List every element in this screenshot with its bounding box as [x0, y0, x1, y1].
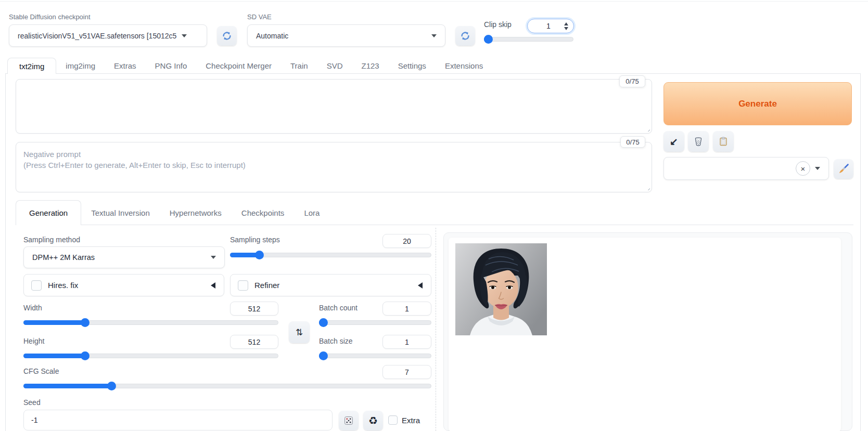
- chevron-down-icon: [431, 34, 437, 37]
- batch-count-value[interactable]: 1: [382, 302, 431, 316]
- seed-input[interactable]: -1: [23, 410, 333, 430]
- paste-generation-params-button[interactable]: ↙: [663, 131, 684, 152]
- batch-count-slider[interactable]: [319, 318, 431, 327]
- tab-content-right-border: [860, 73, 861, 431]
- slider-knob[interactable]: [484, 35, 493, 44]
- spinner-down-icon: [564, 27, 568, 30]
- height-label: Height: [23, 337, 44, 345]
- tab-hypernetworks[interactable]: Hypernetworks: [160, 208, 232, 217]
- generated-image[interactable]: [455, 243, 547, 335]
- random-seed-button[interactable]: [339, 411, 359, 430]
- hires-fix-accordion[interactable]: Hires. fix: [23, 274, 224, 296]
- extra-seed-label: Extra: [402, 416, 420, 425]
- tab-img2img[interactable]: img2img: [56, 61, 105, 70]
- arrow-down-left-icon: ↙: [670, 136, 678, 148]
- clip-skip-input[interactable]: 1: [527, 19, 574, 33]
- refresh-vae-button[interactable]: [455, 26, 475, 46]
- extra-seed-checkbox[interactable]: [388, 415, 398, 425]
- tab-content-left-border: [5, 73, 6, 431]
- refresh-checkpoint-button[interactable]: [217, 26, 237, 46]
- refiner-checkbox[interactable]: [238, 280, 248, 291]
- clipboard-icon: [718, 136, 729, 147]
- tab-lora[interactable]: Lora: [294, 208, 329, 217]
- sampling-method-dropdown[interactable]: DPM++ 2M Karras: [23, 246, 225, 268]
- reuse-seed-button[interactable]: ♻: [363, 411, 383, 430]
- tab-settings[interactable]: Settings: [389, 61, 436, 70]
- checkpoint-value: realisticVisionV51_v51VAE.safetensors [1…: [18, 32, 176, 40]
- sub-tab-underline: [16, 225, 853, 225]
- tab-svd[interactable]: SVD: [317, 61, 352, 70]
- width-value[interactable]: 512: [230, 302, 278, 316]
- refresh-icon: [459, 30, 471, 42]
- batch-size-slider[interactable]: [319, 351, 431, 360]
- slider-track: [319, 320, 431, 325]
- tab-checkpoints[interactable]: Checkpoints: [232, 208, 295, 217]
- accordion-collapse-icon: [211, 282, 215, 289]
- column-divider: [436, 228, 436, 431]
- tab-content-top-border: [5, 73, 861, 74]
- seed-value: -1: [31, 416, 37, 424]
- styles-dropdown[interactable]: ×: [663, 157, 829, 180]
- checkpoint-label: Stable Diffusion checkpoint: [9, 13, 91, 21]
- vae-label: SD VAE: [247, 13, 272, 21]
- width-slider[interactable]: [23, 318, 278, 327]
- clear-selection-icon[interactable]: ×: [796, 161, 810, 176]
- number-spinner[interactable]: [564, 22, 568, 30]
- checkpoint-dropdown[interactable]: realisticVisionV51_v51VAE.safetensors [1…: [9, 24, 207, 47]
- accordion-collapse-icon: [418, 282, 423, 289]
- trash-icon: [693, 136, 704, 147]
- cfg-scale-value[interactable]: 7: [382, 365, 431, 379]
- tab-extensions[interactable]: Extensions: [436, 61, 492, 70]
- page-top-divider: [0, 1, 868, 2]
- apply-styles-button[interactable]: [713, 131, 734, 152]
- clip-skip-slider[interactable]: [484, 35, 573, 44]
- slider-knob[interactable]: [81, 318, 90, 327]
- negative-prompt-token-counter: 0/75: [620, 136, 645, 148]
- sampling-steps-value[interactable]: 20: [382, 234, 431, 248]
- negative-prompt-input[interactable]: Negative prompt (Press Ctrl+Enter to gen…: [16, 142, 652, 192]
- slider-fill: [23, 384, 111, 388]
- cfg-scale-slider[interactable]: [23, 382, 431, 390]
- slider-knob[interactable]: [319, 351, 328, 360]
- main-tabs: txt2imgimg2imgExtrasPNG InfoCheckpoint M…: [7, 58, 492, 74]
- slider-fill: [23, 354, 85, 358]
- edit-styles-button[interactable]: [834, 159, 853, 179]
- spinner-up-icon: [564, 22, 568, 25]
- slider-knob[interactable]: [81, 351, 90, 360]
- tab-txt2img[interactable]: txt2img: [7, 58, 56, 74]
- slider-knob[interactable]: [255, 251, 264, 259]
- clip-skip-value: 1: [533, 22, 564, 30]
- tab-generation[interactable]: Generation: [16, 200, 81, 225]
- prompt-input[interactable]: [16, 79, 652, 134]
- slider-knob[interactable]: [107, 382, 116, 390]
- resize-handle[interactable]: [645, 185, 650, 190]
- swap-dimensions-button[interactable]: ⇅: [289, 321, 310, 343]
- placeholder-line: Negative prompt: [23, 149, 644, 160]
- slider-knob[interactable]: [319, 318, 328, 327]
- swap-arrows-icon: ⇅: [296, 327, 303, 338]
- sampling-method-value: DPM++ 2M Karras: [32, 253, 95, 262]
- hires-fix-checkbox[interactable]: [31, 280, 42, 291]
- cfg-scale-label: CFG Scale: [23, 367, 59, 375]
- sampling-steps-slider[interactable]: [230, 251, 431, 259]
- refiner-accordion[interactable]: Refiner: [230, 274, 431, 296]
- clear-prompt-button[interactable]: [688, 131, 709, 152]
- batch-size-value[interactable]: 1: [382, 335, 431, 349]
- tab-train[interactable]: Train: [281, 61, 317, 70]
- height-slider[interactable]: [23, 351, 278, 360]
- resize-handle[interactable]: [645, 126, 650, 132]
- tab-z123[interactable]: Z123: [352, 61, 388, 70]
- chevron-down-icon: [211, 256, 216, 259]
- tab-textual-inversion[interactable]: Textual Inversion: [81, 208, 160, 217]
- sampling-steps-label: Sampling steps: [230, 236, 280, 244]
- tab-extras[interactable]: Extras: [105, 61, 146, 70]
- chevron-down-icon: [182, 34, 187, 37]
- tab-checkpoint-merger[interactable]: Checkpoint Merger: [196, 61, 281, 70]
- generate-button[interactable]: Generate: [663, 82, 852, 125]
- dice-icon: [343, 415, 354, 426]
- height-value[interactable]: 512: [230, 335, 278, 349]
- batch-count-label: Batch count: [319, 304, 358, 312]
- tab-png-info[interactable]: PNG Info: [146, 61, 197, 70]
- placeholder-line: (Press Ctrl+Enter to generate, Alt+Enter…: [23, 160, 644, 171]
- vae-dropdown[interactable]: Automatic: [247, 24, 445, 47]
